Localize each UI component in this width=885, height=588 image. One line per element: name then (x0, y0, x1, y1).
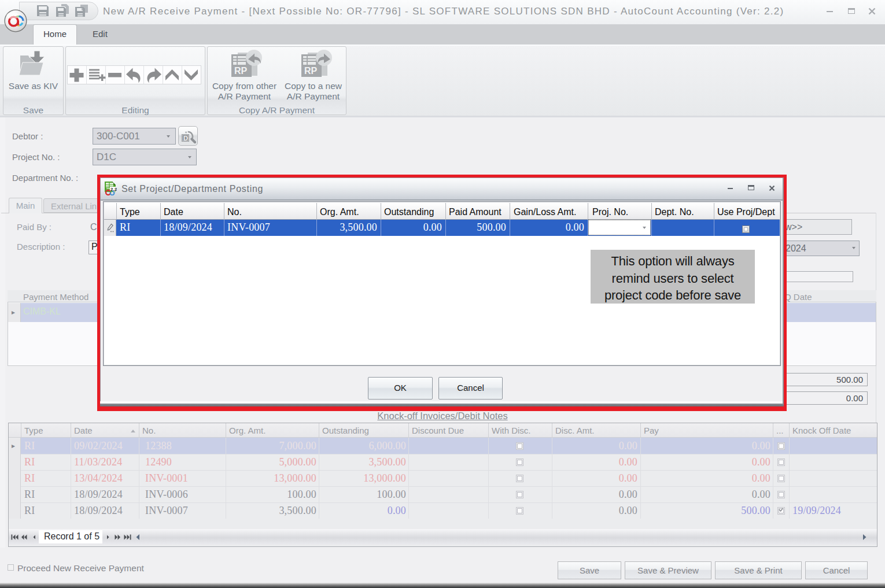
svg-text:D: D (183, 135, 188, 142)
svg-text:RP: RP (304, 66, 318, 76)
svg-text:RP: RP (234, 66, 248, 76)
